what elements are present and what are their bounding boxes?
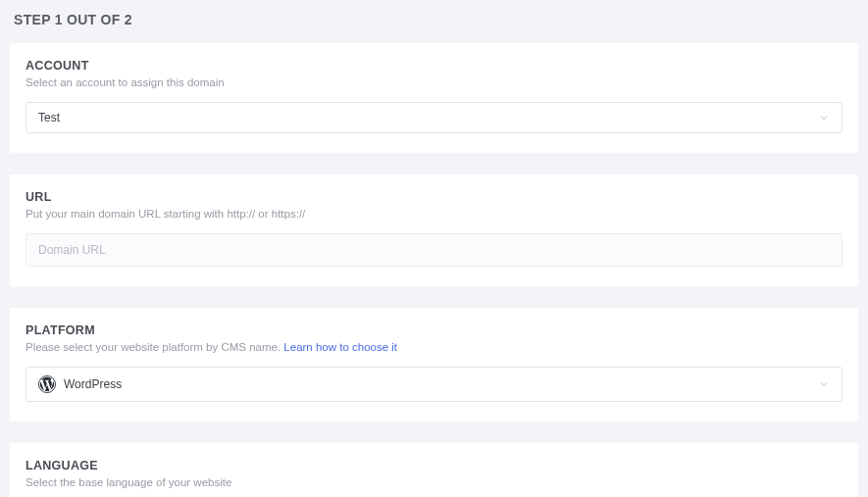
url-card: URL Put your main domain URL starting wi… <box>10 174 858 286</box>
platform-sub-text: Please select your website platform by C… <box>26 341 283 353</box>
url-subtitle: Put your main domain URL starting with h… <box>26 208 842 220</box>
account-title: ACCOUNT <box>26 59 842 73</box>
platform-select[interactable]: WordPress <box>26 367 842 402</box>
page-title: STEP 1 OUT OF 2 <box>0 8 868 37</box>
platform-select-value: WordPress <box>64 377 122 391</box>
language-subtitle: Select the base language of your website <box>26 476 842 488</box>
chevron-down-icon <box>818 112 830 124</box>
platform-card: PLATFORM Please select your website plat… <box>10 308 858 422</box>
chevron-down-icon <box>818 378 830 390</box>
platform-learn-link[interactable]: Learn how to choose it <box>283 341 397 353</box>
wordpress-icon <box>38 375 56 393</box>
account-subtitle: Select an account to assign this domain <box>26 76 842 88</box>
language-card: LANGUAGE Select the base language of you… <box>10 443 858 497</box>
account-select[interactable]: Test <box>26 102 842 133</box>
platform-title: PLATFORM <box>26 323 842 337</box>
url-input[interactable] <box>26 233 842 267</box>
language-title: LANGUAGE <box>26 459 842 472</box>
account-card: ACCOUNT Select an account to assign this… <box>10 43 858 153</box>
url-title: URL <box>26 190 842 204</box>
account-select-value: Test <box>38 111 60 124</box>
platform-subtitle: Please select your website platform by C… <box>26 341 842 353</box>
